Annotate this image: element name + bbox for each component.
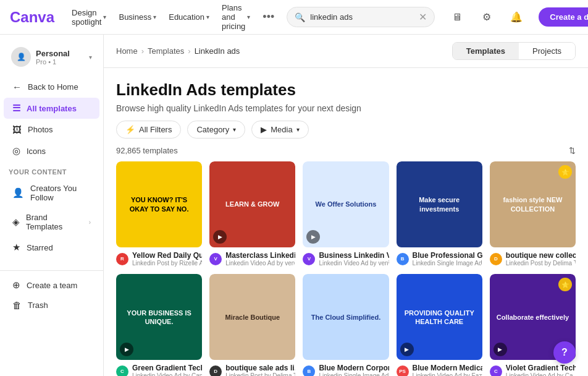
sidebar-item-photos[interactable]: 🖼 Photos bbox=[4, 119, 99, 140]
author-avatar: V bbox=[209, 253, 222, 265]
your-content-label: Your Content bbox=[0, 162, 103, 178]
template-thumbnail-text: Make secure investments bbox=[397, 161, 482, 247]
chevron-down-icon: ▾ bbox=[247, 14, 250, 20]
template-author: Linkedin Video Ad by venic... bbox=[225, 260, 295, 267]
chevron-down-icon: ▾ bbox=[153, 14, 156, 20]
template-card[interactable]: The Cloud Simplified.BBlue Modern Corpor… bbox=[303, 274, 388, 376]
template-name: Violet Gradient Techno... bbox=[506, 364, 576, 372]
sort-button[interactable]: ⇅ bbox=[569, 146, 576, 155]
chevron-down-icon: ▾ bbox=[233, 126, 236, 133]
breadcrumb-templates[interactable]: Templates bbox=[148, 46, 184, 56]
author-avatar: B bbox=[397, 253, 409, 265]
creators-icon: 👤 bbox=[12, 187, 24, 199]
sidebar-item-trash[interactable]: 🗑 Trash bbox=[4, 296, 99, 315]
top-bar: Home › Templates › LinkedIn ads Template… bbox=[104, 35, 588, 68]
template-card[interactable]: YOUR BUSINESS IS UNIQUE.▶CGreen Gradient… bbox=[116, 274, 202, 376]
sort-icon: ⇅ bbox=[569, 146, 576, 155]
template-author: Linkedin Post by Delima Tr... bbox=[225, 372, 295, 376]
user-name: Personal bbox=[36, 49, 70, 58]
monitor-icon-button[interactable]: 🖥 bbox=[447, 7, 467, 27]
sidebar-item-all-templates[interactable]: ☰ All templates bbox=[4, 98, 99, 119]
page-subtitle: Browse high quality LinkedIn Ads templat… bbox=[116, 103, 576, 113]
template-thumbnail-text: Miracle Boutique bbox=[209, 274, 295, 360]
brand-templates-chevron-icon: › bbox=[89, 219, 91, 226]
page-title: LinkedIn Ads templates bbox=[116, 80, 576, 100]
sidebar-item-create-team[interactable]: ⊕ Create a team bbox=[4, 275, 99, 295]
template-meta: BBlue Modern Corporat...Linkedin Single … bbox=[303, 364, 388, 376]
template-name: Green Gradient Techno... bbox=[132, 364, 202, 372]
chevron-down-icon: ▾ bbox=[206, 14, 209, 20]
count-sort-bar: 92,865 templates ⇅ bbox=[104, 146, 588, 161]
tab-projects[interactable]: Projects bbox=[519, 43, 575, 59]
tab-templates[interactable]: Templates bbox=[453, 43, 519, 59]
nav-more-button[interactable]: ••• bbox=[262, 11, 274, 24]
nav-design-spotlight[interactable]: Design spotlight ▾ bbox=[72, 8, 106, 27]
media-filter-icon: ▶ bbox=[261, 125, 267, 134]
templates-grid: YOU KNOW? IT'S OKAY TO SAY NO.RYellow Re… bbox=[104, 161, 588, 376]
top-navigation: Canva Design spotlight ▾ Business ▾ Educ… bbox=[0, 0, 588, 35]
template-card[interactable]: We Offer Solutions▶VBusiness Linkedin Vi… bbox=[303, 161, 388, 267]
author-avatar: B bbox=[303, 365, 315, 376]
sidebar-item-label: Photos bbox=[28, 125, 52, 134]
template-name: Masterclass Linkedin V... bbox=[225, 251, 295, 260]
template-card[interactable]: Make secure investmentsBBlue Professiona… bbox=[397, 161, 482, 267]
template-meta: BBlue Professional Grad...Linkedin Singl… bbox=[397, 251, 482, 267]
canva-logo[interactable]: Canva bbox=[10, 9, 54, 26]
search-clear-icon[interactable]: ✕ bbox=[419, 11, 427, 23]
search-input[interactable] bbox=[310, 12, 414, 22]
user-profile-info: Personal Pro • 1 bbox=[36, 49, 70, 66]
template-meta: Dboutique new collectio...Linkedin Post … bbox=[490, 251, 576, 267]
help-button[interactable]: ? bbox=[553, 341, 576, 364]
template-name: boutique sale ads linke... bbox=[225, 364, 295, 372]
template-card[interactable]: fashion style NEW COLLECTION⭐Dboutique n… bbox=[490, 161, 576, 267]
template-author: Linkedin Video Ad by venic... bbox=[319, 260, 388, 267]
search-bar[interactable]: 🔍 ✕ bbox=[287, 7, 435, 27]
template-meta: RYellow Red Daily Quot...Linkedin Post b… bbox=[116, 251, 202, 267]
breadcrumb-sep-2: › bbox=[188, 46, 190, 56]
all-filters-button[interactable]: ⚡ All Filters bbox=[116, 121, 181, 139]
template-info: Business Linkedin Vide...Linkedin Video … bbox=[319, 251, 388, 267]
media-filter-label: Media bbox=[271, 125, 292, 134]
template-name: Yellow Red Daily Quot... bbox=[132, 251, 202, 260]
template-meta: CGreen Gradient Techno...Linkedin Video … bbox=[116, 364, 202, 376]
breadcrumb-home[interactable]: Home bbox=[116, 46, 138, 56]
template-info: Masterclass Linkedin V...Linkedin Video … bbox=[225, 251, 295, 267]
settings-icon-button[interactable]: ⚙ bbox=[477, 7, 497, 27]
add-team-icon: ⊕ bbox=[12, 280, 20, 291]
brand-icon: ◈ bbox=[12, 216, 20, 228]
template-author: Linkedin Video Ad by Fazzi... bbox=[413, 372, 482, 376]
template-thumbnail-text: YOU KNOW? IT'S OKAY TO SAY NO. bbox=[116, 161, 202, 247]
star-icon: ★ bbox=[12, 242, 20, 253]
nav-icons-group: 🖥 ⚙ 🔔 bbox=[447, 7, 526, 27]
template-card[interactable]: PROVIDING QUALITY HEALTH CARE▶PSBlue Mod… bbox=[397, 274, 482, 376]
sidebar: 👤 Personal Pro • 1 ▾ ← Back to Home ☰ Al… bbox=[0, 35, 104, 376]
template-name: Blue Modern Corporat... bbox=[319, 364, 388, 372]
template-card[interactable]: LEARN & GROW▶VMasterclass Linkedin V...L… bbox=[209, 161, 295, 267]
user-profile[interactable]: 👤 Personal Pro • 1 ▾ bbox=[4, 42, 99, 72]
search-icon: 🔍 bbox=[295, 12, 305, 22]
filters-bar: ⚡ All Filters Category ▾ ▶ Media ▾ bbox=[104, 121, 588, 146]
sidebar-item-creators[interactable]: 👤 Creators You Follow bbox=[4, 179, 99, 207]
template-meta: Dboutique sale ads linke...Linkedin Post… bbox=[209, 364, 295, 376]
sidebar-item-starred[interactable]: ★ Starred bbox=[4, 237, 99, 258]
template-info: boutique new collectio...Linkedin Post b… bbox=[506, 251, 576, 267]
create-design-button[interactable]: Create a design bbox=[539, 7, 588, 27]
nav-education[interactable]: Education ▾ bbox=[169, 12, 209, 22]
template-info: Blue Modern Corporat...Linkedin Single I… bbox=[319, 364, 388, 376]
template-author: Linkedin Video Ad by Ca... bbox=[506, 372, 576, 376]
trash-icon: 🗑 bbox=[12, 300, 22, 310]
bell-icon-button[interactable]: 🔔 bbox=[506, 7, 526, 27]
category-filter-button[interactable]: Category ▾ bbox=[187, 121, 245, 139]
nav-business[interactable]: Business ▾ bbox=[119, 12, 156, 22]
sidebar-item-icons[interactable]: ◎ Icons bbox=[4, 140, 99, 161]
nav-plans-pricing[interactable]: Plans and pricing ▾ bbox=[222, 3, 250, 31]
sidebar-item-label: Back to Home bbox=[28, 82, 78, 92]
media-filter-button[interactable]: ▶ Media ▾ bbox=[251, 121, 308, 139]
chevron-down-icon: ▾ bbox=[296, 126, 300, 133]
template-card[interactable]: YOU KNOW? IT'S OKAY TO SAY NO.RYellow Re… bbox=[116, 161, 202, 267]
arrow-left-icon: ← bbox=[12, 82, 22, 92]
sidebar-item-brand-templates[interactable]: ◈ Brand Templates › bbox=[4, 208, 99, 236]
template-info: Violet Gradient Techno...Linkedin Video … bbox=[506, 364, 576, 376]
template-card[interactable]: Miracle BoutiqueDboutique sale ads linke… bbox=[209, 274, 295, 376]
sidebar-item-back-home[interactable]: ← Back to Home bbox=[4, 77, 99, 97]
